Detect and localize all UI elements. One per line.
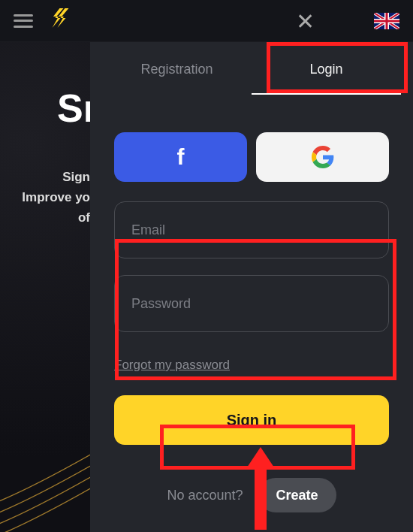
social-login-row: f [102, 132, 401, 182]
no-account-label: No account? [167, 488, 243, 503]
bg-tagline-line: Sign [14, 167, 90, 187]
app-logo[interactable] [52, 8, 71, 33]
facebook-login-button[interactable]: f [114, 132, 247, 182]
hamburger-menu-icon[interactable] [14, 14, 33, 28]
tab-login[interactable]: Login [252, 42, 401, 96]
decorative-lines [0, 419, 90, 532]
bg-tagline: Sign Improve yo of [14, 167, 90, 228]
google-login-button[interactable] [256, 132, 389, 182]
create-account-row: No account? Create [102, 478, 401, 512]
close-icon[interactable]: ✕ [296, 8, 315, 34]
email-field[interactable] [114, 201, 389, 258]
tab-registration[interactable]: Registration [102, 42, 252, 96]
bg-tagline-line: Improve yo [14, 187, 90, 207]
signin-button[interactable]: Sign in [114, 395, 389, 445]
bg-tagline-line: of [14, 207, 90, 228]
app-header: ✕ [0, 0, 413, 42]
google-icon [312, 146, 334, 168]
forgot-password-link[interactable]: Forgot my password [114, 358, 230, 373]
signin-row: Sign in [102, 395, 401, 445]
bg-title-fragment: Sm [57, 86, 90, 131]
login-form [102, 192, 401, 358]
create-account-button[interactable]: Create [258, 478, 336, 512]
active-tab-indicator [252, 93, 401, 95]
facebook-icon: f [177, 144, 185, 170]
background-content: Sm Sign Improve yo of [0, 42, 90, 532]
auth-tabs: Registration Login [102, 42, 401, 96]
password-field[interactable] [114, 275, 389, 332]
auth-panel: Registration Login f Forgot my password … [90, 42, 413, 532]
svg-rect-4 [374, 20, 399, 22]
language-flag-uk[interactable] [374, 13, 399, 29]
